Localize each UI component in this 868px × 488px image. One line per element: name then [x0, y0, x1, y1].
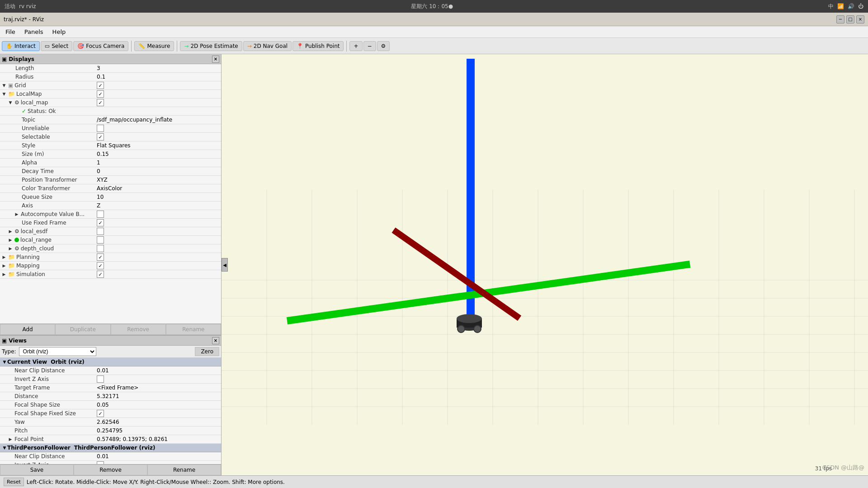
collapse-panel-arrow[interactable]: ◀: [222, 258, 228, 272]
save-view-button[interactable]: Save: [0, 465, 74, 475]
display-property-row[interactable]: AxisZ: [0, 202, 221, 210]
display-property-row[interactable]: ✓Status: Ok: [0, 107, 221, 116]
visibility-checkbox[interactable]: [97, 228, 104, 235]
views-buttons[interactable]: Save Remove Rename: [0, 464, 221, 475]
property-value[interactable]: [95, 124, 221, 132]
expand-arrow[interactable]: ▶: [1, 254, 7, 260]
nav-goal-button[interactable]: → 2D Nav Goal: [243, 41, 292, 51]
display-property-row[interactable]: ▼▣Grid: [0, 81, 221, 90]
settings-button[interactable]: ⚙: [377, 41, 390, 51]
display-property-row[interactable]: ▶📁Mapping: [0, 262, 221, 270]
window-controls[interactable]: − □ ×: [836, 15, 864, 23]
display-property-row[interactable]: Position TransformerXYZ: [0, 176, 221, 184]
expand-arrow[interactable]: ▼: [1, 83, 7, 88]
view-property-row[interactable]: ▶Focal Point0.57489; 0.13975; 0.8261: [0, 435, 221, 444]
display-property-row[interactable]: ▶Autocompute Value B...: [0, 210, 221, 219]
rename-view-button[interactable]: Rename: [147, 465, 221, 475]
visibility-checkbox[interactable]: [97, 253, 104, 261]
expand-arrow[interactable]: ▶: [1, 263, 7, 268]
display-property-row[interactable]: StyleFlat Squares: [0, 141, 221, 150]
view-expand-arrow[interactable]: ▼: [2, 445, 7, 450]
visibility-checkbox[interactable]: [97, 271, 104, 278]
display-property-row[interactable]: Color TransformerAxisColor: [0, 184, 221, 193]
expand-arrow[interactable]: ▶: [14, 211, 19, 217]
checkbox-input[interactable]: [97, 219, 104, 226]
visibility-checkbox[interactable]: [97, 90, 104, 98]
view-property-row[interactable]: Target Frame<Fixed Frame>: [0, 384, 221, 392]
duplicate-button[interactable]: Duplicate: [55, 324, 110, 335]
display-property-row[interactable]: Use Fixed Frame: [0, 219, 221, 227]
view-property-row[interactable]: Focal Shape Fixed Size: [0, 409, 221, 418]
visibility-checkbox[interactable]: [97, 245, 104, 252]
zoom-out-button[interactable]: −: [363, 41, 376, 51]
view-property-row[interactable]: Invert Z Axis: [0, 375, 221, 384]
property-value[interactable]: [95, 133, 221, 141]
display-property-row[interactable]: ▼⚙local_map: [0, 99, 221, 107]
display-property-row[interactable]: ▼📁LocalMap: [0, 90, 221, 99]
checkbox-input[interactable]: [97, 125, 104, 132]
measure-button[interactable]: 📏 Measure: [134, 41, 174, 51]
expand-arrow[interactable]: ▼: [8, 100, 13, 105]
display-property-row[interactable]: ▶⚙depth_cloud: [0, 244, 221, 253]
expand-arrow[interactable]: ▶: [8, 246, 13, 251]
interact-button[interactable]: ✋ Interact: [2, 41, 40, 51]
expand-arrow[interactable]: ▼: [1, 91, 7, 97]
views-close-button[interactable]: ×: [212, 337, 219, 344]
rename-button[interactable]: Rename: [166, 324, 221, 335]
display-property-row[interactable]: Selectable: [0, 133, 221, 141]
zero-button[interactable]: Zero: [195, 347, 219, 356]
visibility-checkbox[interactable]: [97, 82, 104, 89]
select-button[interactable]: ▭ Select: [41, 41, 72, 51]
checkbox-input[interactable]: [97, 133, 104, 141]
display-property-row[interactable]: Queue Size10: [0, 193, 221, 202]
checkbox-input[interactable]: [97, 211, 104, 218]
display-property-row[interactable]: Unreliable: [0, 124, 221, 133]
property-value[interactable]: [95, 210, 221, 218]
display-property-row[interactable]: Radius0.1: [0, 73, 221, 81]
close-button[interactable]: ×: [856, 15, 864, 23]
add-button[interactable]: Add: [0, 324, 55, 335]
view-expand-arrow[interactable]: ▼: [2, 359, 7, 365]
view-property-row[interactable]: Near Clip Distance0.01: [0, 452, 221, 461]
maximize-button[interactable]: □: [846, 15, 854, 23]
zoom-in-button[interactable]: +: [349, 41, 362, 51]
remove-view-button[interactable]: Remove: [74, 465, 147, 475]
view-property-row[interactable]: Yaw2.62546: [0, 418, 221, 427]
remove-button[interactable]: Remove: [111, 324, 166, 335]
pose-estimate-button[interactable]: → 2D Pose Estimate: [180, 41, 242, 51]
expand-arrow[interactable]: ▶: [8, 229, 13, 234]
view-property-row[interactable]: Focal Shape Size0.05: [0, 401, 221, 409]
display-property-row[interactable]: Alpha1: [0, 159, 221, 167]
menu-panels[interactable]: Panels: [21, 28, 47, 36]
viewport-3d[interactable]: CSDN @山路@ 31 fps: [222, 54, 868, 475]
view-property-row[interactable]: Pitch0.254795: [0, 427, 221, 435]
display-property-row[interactable]: Topic/sdf_map/occupancy_inflate: [0, 116, 221, 124]
display-property-row[interactable]: ▶📁Simulation: [0, 270, 221, 279]
minimize-button[interactable]: −: [836, 15, 844, 23]
view-property-row[interactable]: Near Clip Distance0.01: [0, 366, 221, 375]
menu-help[interactable]: Help: [49, 28, 70, 36]
type-select[interactable]: Orbit (rviz) ThirdPersonFollower (rviz) …: [19, 347, 96, 356]
display-property-row[interactable]: ▶local_range: [0, 236, 221, 244]
toolbar[interactable]: ✋ Interact ▭ Select 🎯 Focus Camera 📏 Mea…: [0, 38, 868, 54]
display-property-row[interactable]: Size (m)0.15: [0, 150, 221, 159]
menu-file[interactable]: File: [2, 28, 19, 36]
expand-arrow[interactable]: ▶: [8, 237, 13, 243]
views-type-row[interactable]: Type: Orbit (rviz) ThirdPersonFollower (…: [0, 346, 221, 358]
display-property-row[interactable]: Decay Time0: [0, 167, 221, 176]
displays-close-button[interactable]: ×: [212, 56, 219, 63]
display-property-row[interactable]: ▶⚙local_esdf: [0, 227, 221, 236]
reset-button[interactable]: Reset: [4, 478, 24, 486]
expand-arrow[interactable]: ▶: [8, 436, 13, 442]
menu-bar[interactable]: File Panels Help: [0, 26, 868, 38]
focus-camera-button[interactable]: 🎯 Focus Camera: [73, 41, 128, 51]
displays-buttons[interactable]: Add Duplicate Remove Rename: [0, 324, 221, 335]
expand-arrow[interactable]: ▶: [1, 272, 7, 277]
display-property-row[interactable]: Length3: [0, 64, 221, 73]
publish-point-button[interactable]: 📍 Publish Point: [292, 41, 344, 51]
view-checkbox[interactable]: [97, 410, 104, 417]
visibility-checkbox[interactable]: [97, 99, 104, 106]
visibility-checkbox[interactable]: [97, 262, 104, 269]
view-property-row[interactable]: Invert Z Axis: [0, 461, 221, 464]
visibility-checkbox[interactable]: [97, 236, 104, 244]
